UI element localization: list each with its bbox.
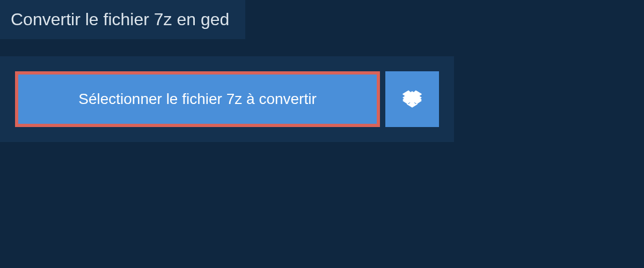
dropbox-icon	[402, 90, 422, 109]
dropbox-button[interactable]	[385, 71, 439, 127]
select-file-button[interactable]: Sélectionner le fichier 7z à convertir	[15, 71, 380, 127]
heading-bar: Convertir le fichier 7z en ged	[0, 0, 245, 39]
upload-panel: Sélectionner le fichier 7z à convertir	[0, 56, 454, 142]
converter-container: Convertir le fichier 7z en ged Sélection…	[0, 0, 644, 142]
page-title: Convertir le fichier 7z en ged	[11, 10, 229, 29]
